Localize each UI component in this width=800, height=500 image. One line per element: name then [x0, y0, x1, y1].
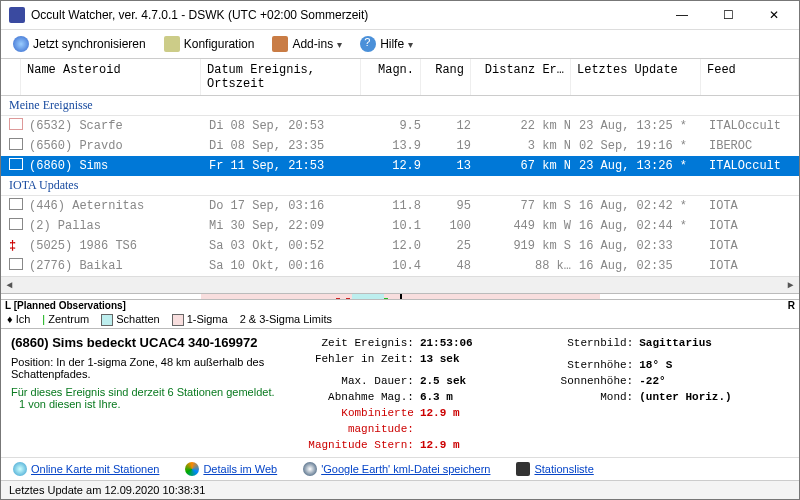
help-label: Hilfe	[380, 37, 404, 51]
addins-label: Add-ins	[292, 37, 333, 51]
toolbar: Jetzt synchronisieren Konfiguration Add-…	[1, 30, 799, 59]
config-button[interactable]: Konfiguration	[160, 34, 259, 54]
window-title: Occult Watcher, ver. 4.7.0.1 - DSWK (UTC…	[31, 8, 659, 22]
maximize-button[interactable]: ☐	[705, 1, 751, 29]
col-date[interactable]: Datum Ereignis, Ortszeit	[201, 59, 361, 95]
chevron-down-icon: ▾	[337, 39, 342, 50]
link-online-map[interactable]: Online Karte mit Stationen	[13, 462, 159, 476]
sync-label: Jetzt synchronisieren	[33, 37, 146, 51]
check-icon[interactable]	[9, 218, 23, 230]
col-asteroid[interactable]: Name Asteroid	[21, 59, 201, 95]
section-mine: Meine Ereignisse	[1, 96, 799, 116]
col-feed[interactable]: Feed	[701, 59, 799, 95]
links-bar: Online Karte mit Stationen Details im We…	[1, 457, 799, 480]
flag-icon[interactable]: ‡	[9, 239, 16, 253]
titlebar: Occult Watcher, ver. 4.7.0.1 - DSWK (UTC…	[1, 1, 799, 30]
link-stationlist[interactable]: Stationsliste	[516, 462, 593, 476]
legend-23sigma: 2 & 3-Sigma Limits	[240, 313, 332, 325]
globe-icon	[13, 462, 27, 476]
table-row[interactable]: ‡ (5025) 1986 TS6 Sa 03 Okt, 00:52 12.0 …	[1, 236, 799, 256]
link-details-web[interactable]: Details im Web	[185, 462, 277, 476]
browser-icon	[185, 462, 199, 476]
addins-button[interactable]: Add-ins ▾	[268, 34, 346, 54]
help-icon	[360, 36, 376, 52]
earth-icon	[303, 462, 317, 476]
horizontal-scrollbar[interactable]	[1, 276, 799, 293]
sync-button[interactable]: Jetzt synchronisieren	[9, 34, 150, 54]
detail-mine: 1 von diesen ist Ihre.	[11, 398, 294, 410]
section-iota: IOTA Updates	[1, 176, 799, 196]
check-icon[interactable]	[9, 118, 23, 130]
config-icon	[164, 36, 180, 52]
check-icon[interactable]	[9, 198, 23, 210]
minimize-button[interactable]: —	[659, 1, 705, 29]
annot-left: L [Planned Observations]	[5, 300, 126, 311]
status-bar: Letztes Update am 12.09.2020 10:38:31	[1, 480, 799, 499]
legend: ♦ Ich | Zentrum Schatten 1-Sigma 2 & 3-S…	[1, 311, 799, 329]
help-button[interactable]: Hilfe ▾	[356, 34, 417, 54]
list-icon	[516, 462, 530, 476]
check-icon[interactable]	[9, 158, 23, 170]
table-row[interactable]: (6532) Scarfe Di 08 Sep, 20:53 9.5 12 22…	[1, 116, 799, 136]
detail-position: Position: In der 1-sigma Zone, 48 km auß…	[11, 356, 294, 380]
table-row[interactable]: (6560) Pravdo Di 08 Sep, 23:35 13.9 19 3…	[1, 136, 799, 156]
detail-headline: (6860) Sims bedeckt UCAC4 340-169972	[11, 335, 294, 350]
col-update[interactable]: Letztes Update	[571, 59, 701, 95]
details-panel: (6860) Sims bedeckt UCAC4 340-169972 Pos…	[1, 329, 799, 457]
config-label: Konfiguration	[184, 37, 255, 51]
col-rang[interactable]: Rang	[421, 59, 471, 95]
table-row[interactable]: (446) Aeternitas Do 17 Sep, 03:16 11.8 9…	[1, 196, 799, 216]
col-magn[interactable]: Magn.	[361, 59, 421, 95]
addins-icon	[272, 36, 288, 52]
table-row-selected[interactable]: (6860) Sims Fr 11 Sep, 21:53 12.9 13 67 …	[1, 156, 799, 176]
events-table: Name Asteroid Datum Ereignis, Ortszeit M…	[1, 59, 799, 293]
check-icon[interactable]	[9, 258, 23, 270]
legend-shadow: Schatten	[116, 313, 159, 325]
annot-right: R	[788, 300, 795, 311]
close-button[interactable]: ✕	[751, 1, 797, 29]
detail-stations: Für dieses Ereignis sind derzeit 6 Stati…	[11, 386, 294, 398]
table-row[interactable]: (2776) Baikal Sa 10 Okt, 00:16 10.4 48 8…	[1, 256, 799, 276]
sync-icon	[13, 36, 29, 52]
legend-me: Ich	[16, 313, 31, 325]
check-icon[interactable]	[9, 138, 23, 150]
col-dist[interactable]: Distanz Er…	[471, 59, 571, 95]
app-icon	[9, 7, 25, 23]
table-header: Name Asteroid Datum Ereignis, Ortszeit M…	[1, 59, 799, 96]
chevron-down-icon: ▾	[408, 39, 413, 50]
link-google-earth[interactable]: 'Google Earth' kml-Datei speichern	[303, 462, 490, 476]
legend-center: Zentrum	[48, 313, 89, 325]
table-row[interactable]: (2) Pallas Mi 30 Sep, 22:09 10.1 100 449…	[1, 216, 799, 236]
path-profile	[1, 293, 799, 300]
legend-1sigma: 1-Sigma	[187, 313, 228, 325]
